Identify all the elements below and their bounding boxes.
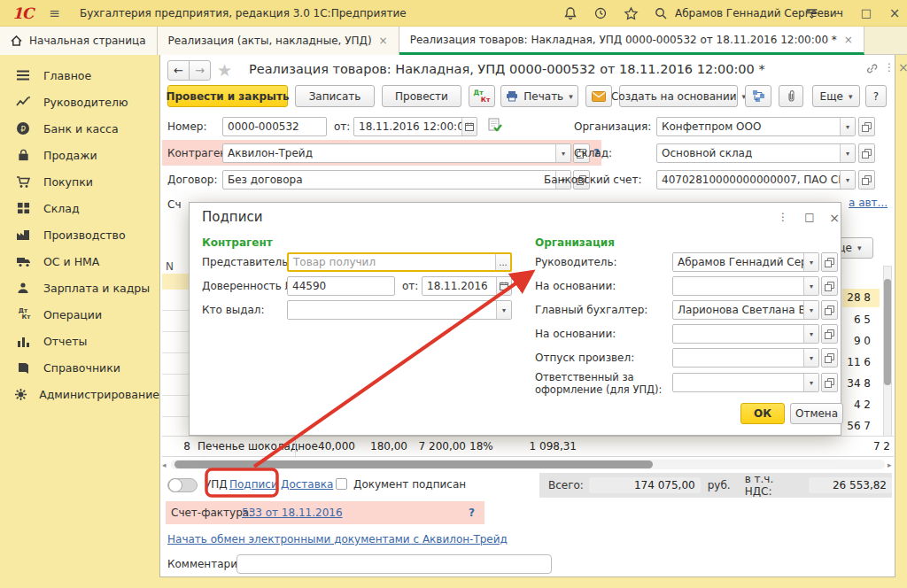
invoice-help-icon[interactable]: ? <box>469 507 475 519</box>
dropdown-icon[interactable]: ▾ <box>803 253 818 271</box>
choose-button[interactable]: ... <box>495 254 510 270</box>
create-based-on-button[interactable]: Создать на основании▾ <box>619 85 738 107</box>
dropdown-icon[interactable]: ▾ <box>496 301 511 319</box>
table-row[interactable]: 8 Печенье шоколадное 40,000 180,00 7 200… <box>162 436 894 457</box>
dropdown-icon[interactable]: ▾ <box>803 349 818 367</box>
form-close-icon[interactable]: × <box>898 60 907 74</box>
power-of-attorney-number-input[interactable]: 44590 <box>287 276 395 296</box>
dialog-close-icon[interactable]: × <box>826 211 843 227</box>
tab-realization-doc[interactable]: Реализация товаров: Накладная, УПД 0000-… <box>399 27 864 55</box>
sidebar-item-reports[interactable]: Отчеты <box>0 328 159 354</box>
dropdown-icon[interactable]: ▾ <box>555 144 570 162</box>
notifications-bell-icon[interactable] <box>562 4 579 22</box>
print-button[interactable]: Печать▾ <box>500 85 578 107</box>
sidebar-item-warehouse[interactable]: Склад <box>0 195 159 221</box>
issued-by-combo[interactable]: ▾ <box>287 300 512 320</box>
main-menu-icon[interactable]: ≡ <box>49 5 60 21</box>
sidebar-item-references[interactable]: Справочники <box>0 354 159 381</box>
head-open-button[interactable] <box>821 252 838 272</box>
ok-button[interactable]: ОК <box>740 403 785 424</box>
bank-account-combo[interactable]: 40702810000000000007, ПАО СБЕРБАНК ▾ <box>656 170 856 190</box>
maximize-button[interactable]: □ <box>856 4 877 23</box>
responsible-combo[interactable]: ▾ <box>672 373 819 392</box>
document-signed-checkbox[interactable] <box>336 478 347 490</box>
sidebar-item-fixed-assets[interactable]: ОС и НМА <box>0 248 159 275</box>
sidebar-item-bank-cash[interactable]: ₽ Банк и касса <box>0 115 159 142</box>
dropdown-icon[interactable]: ▾ <box>840 171 855 189</box>
shipper-combo[interactable]: ▾ <box>672 348 819 368</box>
calendar-icon[interactable] <box>496 277 511 295</box>
contract-combo[interactable]: Без договора ▾ <box>222 170 571 190</box>
favorites-star-icon[interactable] <box>622 4 640 22</box>
head-combo[interactable]: Абрамов Геннадий Сергеевич ▾ <box>672 252 819 272</box>
basis2-open-button[interactable] <box>821 324 838 344</box>
service-menu-icon[interactable] <box>802 4 820 22</box>
sidebar-item-salary-hr[interactable]: Зарплата и кадры <box>0 275 159 301</box>
hscroll-left-arrow[interactable]: ◂ <box>162 460 167 469</box>
tab-realization-list[interactable]: Реализация (акты, накладные, УПД) × <box>158 27 399 55</box>
history-icon[interactable] <box>592 4 609 22</box>
table-horizontal-scrollbar[interactable] <box>171 460 885 469</box>
dialog-maximize-icon[interactable]: □ <box>801 211 818 227</box>
warehouse-combo[interactable]: Основной склад ▾ <box>656 143 856 163</box>
dropdown-icon[interactable]: ▾ <box>840 144 855 162</box>
hscroll-right-arrow[interactable]: ▸ <box>888 460 892 469</box>
document-posted-icon[interactable] <box>488 118 503 133</box>
save-button[interactable]: Записать <box>295 85 375 107</box>
chief-accountant-open-button[interactable] <box>821 300 838 320</box>
tab-close-icon[interactable]: × <box>844 34 853 46</box>
poa-date-input[interactable]: 18.11.2016 <box>422 276 512 296</box>
delivery-link[interactable]: Доставка <box>281 478 333 491</box>
get-link-icon[interactable] <box>865 62 879 75</box>
edi-exchange-link[interactable]: Начать обмен электронными документами с … <box>167 533 508 545</box>
dropdown-icon[interactable]: ▾ <box>803 277 818 295</box>
nav-back-button[interactable]: ← <box>167 60 190 81</box>
table-vertical-scrollbar[interactable] <box>883 266 892 439</box>
responsible-open-button[interactable] <box>821 373 838 392</box>
post-button[interactable]: Провести <box>382 85 461 107</box>
sidebar-item-main[interactable]: Главное <box>0 62 159 89</box>
settlements-link-fragment[interactable]: а авт... <box>849 197 888 209</box>
more-button[interactable]: Еще▾ <box>812 85 860 107</box>
sidebar-item-manager[interactable]: Руководителю <box>0 89 159 115</box>
related-documents-button[interactable] <box>745 85 771 107</box>
sidebar-item-production[interactable]: Производство <box>0 221 159 248</box>
calendar-icon[interactable] <box>461 118 477 135</box>
dropdown-icon[interactable]: ▾ <box>803 325 818 343</box>
cancel-button[interactable]: Отмена <box>790 403 843 424</box>
shipper-open-button[interactable] <box>821 348 838 368</box>
date-input[interactable]: 18.11.2016 12:00:00 <box>353 117 477 136</box>
counterparty-combo[interactable]: Аквилон-Трейд ▾ <box>222 143 571 163</box>
invoice-link[interactable]: 533 от 18.11.2016 <box>242 507 343 519</box>
basis1-open-button[interactable] <box>821 276 838 296</box>
tab-home[interactable]: Начальная страница <box>0 27 158 55</box>
sidebar-item-purchases[interactable]: Покупки <box>0 168 159 195</box>
dropdown-icon[interactable]: ▾ <box>803 301 818 319</box>
form-kebab-menu-icon[interactable]: ⋮ <box>884 61 895 74</box>
minimize-button[interactable]: – <box>827 4 849 23</box>
sidebar-item-administration[interactable]: Администрирование <box>0 381 159 407</box>
upd-toggle[interactable] <box>167 478 198 492</box>
signatures-link[interactable]: Подписи <box>229 478 278 491</box>
basis2-combo[interactable]: ▾ <box>672 324 819 344</box>
dropdown-icon[interactable]: ▾ <box>840 118 855 135</box>
tab-close-icon[interactable]: × <box>379 35 388 47</box>
sidebar-item-operations[interactable]: ДтКт Операции <box>0 301 159 328</box>
dialog-kebab-menu-icon[interactable]: ⋮ <box>774 211 792 227</box>
chief-accountant-combo[interactable]: Ларионова Светлана Викторовна ▾ <box>672 300 819 320</box>
organization-open-button[interactable] <box>858 117 875 136</box>
send-email-button[interactable] <box>585 85 612 107</box>
number-input[interactable]: 0000-000532 <box>222 117 327 136</box>
search-icon[interactable] <box>652 4 670 22</box>
help-button[interactable]: ? <box>865 85 887 107</box>
dt-kt-postings-button[interactable]: Дт Кт <box>469 85 495 107</box>
organization-combo[interactable]: Конфетпром ООО ▾ <box>656 117 856 136</box>
basis1-combo[interactable]: ▾ <box>672 276 819 296</box>
dropdown-icon[interactable]: ▾ <box>803 374 818 391</box>
representative-input[interactable]: Товар получил ... <box>287 252 512 272</box>
comment-input[interactable] <box>236 554 552 574</box>
close-window-button[interactable]: × <box>884 4 905 23</box>
favorite-star-icon[interactable]: ★ <box>217 60 232 80</box>
bank-account-open-button[interactable] <box>858 170 875 190</box>
sidebar-item-sales[interactable]: Продажи <box>0 142 159 168</box>
